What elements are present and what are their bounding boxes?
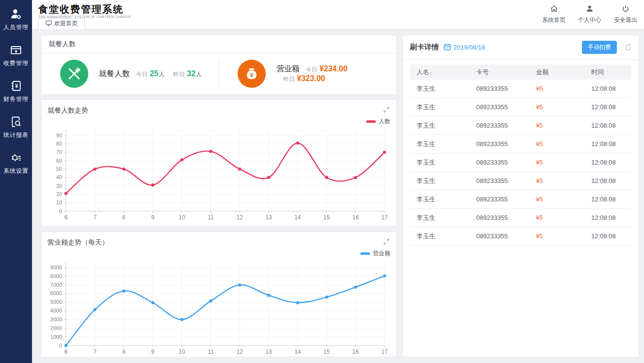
date-value: 2019/08/18	[453, 44, 485, 51]
column-header: 卡号	[470, 68, 530, 77]
sidebar-item-settings[interactable]: 系统设置	[0, 151, 32, 187]
svg-text:8: 8	[122, 348, 126, 355]
legend: 人数	[366, 117, 390, 126]
svg-text:30: 30	[56, 183, 62, 189]
svg-text:1000: 1000	[50, 334, 62, 340]
table-row: 李玉生089233355¥512:08:08	[410, 135, 631, 153]
expand-icon[interactable]	[383, 105, 390, 116]
sidebar-item-label: 人员管理	[3, 23, 29, 32]
svg-text:6000: 6000	[50, 290, 62, 296]
table-row: 李玉生089233355¥512:08:08	[410, 209, 631, 227]
user-gear-icon	[10, 8, 22, 23]
cell-card-number: 089233355	[470, 85, 530, 92]
utensils-icon	[60, 60, 88, 88]
svg-text:90: 90	[56, 132, 62, 138]
svg-text:12: 12	[237, 348, 243, 355]
legend-swatch	[366, 120, 376, 123]
nav-profile[interactable]: 个人中心	[578, 5, 601, 24]
diners-trend-chart[interactable]: 010203040506070809067891011121314151617	[48, 126, 390, 223]
cell-amount: ¥5	[530, 103, 585, 111]
sidebar-item-charge[interactable]: ¥ 收费管理	[0, 44, 32, 80]
cell-time: 12:08:08	[585, 232, 631, 240]
cell-name: 李玉生	[410, 103, 470, 112]
refresh-icon[interactable]	[625, 44, 632, 51]
sidebar: 人员管理 ¥ 收费管理 ¥ 财务管理 统计报表 系统设置	[0, 0, 32, 363]
table-body: 李玉生089233355¥512:08:08李玉生089233355¥512:0…	[410, 80, 631, 246]
svg-text:60: 60	[56, 158, 62, 164]
svg-text:50: 50	[56, 166, 62, 172]
column-header: 人名	[410, 68, 470, 77]
cell-name: 李玉生	[410, 214, 470, 222]
svg-text:6: 6	[64, 348, 68, 355]
cell-time: 12:08:08	[585, 140, 631, 148]
panel-title: 刷卡详情	[410, 43, 439, 52]
user-icon	[586, 5, 594, 15]
chart-head: 营业额走势（每天） 营业额	[48, 237, 390, 258]
cell-time: 12:08:08	[585, 122, 631, 129]
svg-text:9: 9	[151, 348, 155, 355]
svg-text:40: 40	[56, 174, 62, 180]
sidebar-item-label: 收费管理	[3, 59, 29, 67]
date-picker[interactable]: 2019/08/18	[444, 43, 485, 52]
cell-time: 12:08:08	[585, 177, 631, 184]
sidebar-item-finance[interactable]: ¥ 财务管理	[0, 80, 32, 116]
sidebar-item-label: 统计报表	[3, 131, 29, 139]
cell-amount: ¥5	[530, 196, 585, 203]
svg-text:16: 16	[353, 214, 359, 221]
cell-time: 12:08:08	[585, 159, 631, 166]
revenue-trend-chart[interactable]: 0100020003000400050006000700080009000678…	[48, 258, 390, 354]
svg-text:11: 11	[208, 214, 214, 221]
expand-icon[interactable]	[383, 237, 390, 248]
sidebar-item-reports[interactable]: 统计报表	[0, 116, 32, 151]
cell-name: 李玉生	[410, 121, 470, 130]
tab-welcome[interactable]: 欢迎首页	[38, 18, 85, 29]
stat-label: 营业额	[276, 65, 300, 73]
svg-text:16: 16	[353, 348, 359, 355]
svg-text:10: 10	[56, 199, 62, 205]
left-column: 就餐人数 就餐人数 今日 25人	[41, 35, 397, 357]
cell-name: 李玉生	[410, 84, 470, 93]
nav-system-home[interactable]: 系统首页	[542, 5, 565, 24]
report-search-icon	[10, 116, 22, 131]
chart-title: 营业额走势（每天）	[48, 237, 109, 247]
svg-text:14: 14	[294, 348, 301, 355]
topbar: 食堂收费管理系统 THE MANAGEMENT SYSTEM OF CANTEE…	[32, 0, 644, 29]
svg-text:4000: 4000	[50, 308, 62, 314]
svg-text:¥: ¥	[15, 49, 17, 54]
table-header-row: 人名卡号金额时间	[410, 65, 631, 80]
table-row: 李玉生089233355¥512:08:08	[410, 80, 631, 98]
stat-today-value: ¥234.00	[320, 65, 348, 73]
table-row: 李玉生089233355¥512:08:08	[410, 172, 631, 190]
manual-charge-button[interactable]: 手动扣费	[582, 41, 617, 54]
svg-text:8: 8	[122, 214, 126, 221]
stat-yesterday-value: 32	[187, 69, 195, 78]
nav-logout[interactable]: 安全退出	[614, 5, 637, 24]
svg-text:10: 10	[178, 348, 185, 355]
column-header: 金额	[530, 68, 585, 77]
stat-label: 就餐人数	[99, 69, 130, 78]
stats-card: 就餐人数 就餐人数 今日 25人	[41, 35, 397, 95]
chart-title: 就餐人数走势	[48, 105, 88, 115]
money-bag-icon: ¥	[238, 60, 266, 88]
stat-yesterday-value: ¥323.00	[297, 74, 325, 82]
cell-card-number: 089233355	[470, 140, 530, 148]
svg-text:15: 15	[323, 348, 330, 355]
table-row: 李玉生089233355¥512:08:08	[410, 116, 631, 135]
cell-amount: ¥5	[530, 122, 585, 129]
legend-label: 营业额	[373, 249, 390, 258]
legend-label: 人数	[379, 117, 390, 126]
legend: 营业额	[360, 249, 390, 258]
svg-text:17: 17	[381, 348, 388, 355]
stats-body: 就餐人数 今日 25人 昨日 32人	[42, 53, 396, 94]
nav-label: 系统首页	[542, 16, 565, 24]
cell-amount: ¥5	[530, 140, 585, 148]
main-area: 食堂收费管理系统 THE MANAGEMENT SYSTEM OF CANTEE…	[32, 0, 644, 363]
sidebar-item-personnel[interactable]: 人员管理	[0, 8, 32, 44]
chart-controls: 人数	[366, 105, 390, 126]
svg-text:13: 13	[265, 348, 272, 355]
chart-head: 就餐人数走势 人数	[48, 105, 390, 126]
calendar-icon	[444, 43, 451, 52]
cell-name: 李玉生	[410, 140, 470, 148]
tab-welcome-label: 欢迎首页	[54, 19, 78, 28]
cell-card-number: 089233355	[470, 159, 530, 166]
